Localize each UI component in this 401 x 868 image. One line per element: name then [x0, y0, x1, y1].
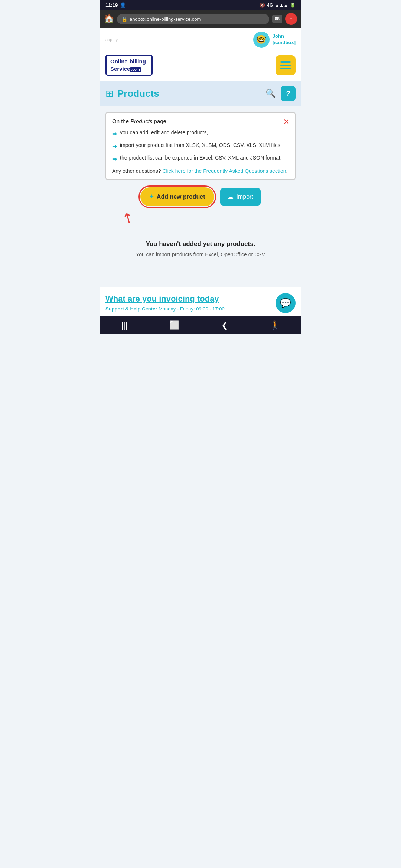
user-name: John [273, 33, 296, 40]
products-icon: ⊞ [105, 88, 114, 99]
plus-icon: + [149, 193, 154, 201]
network-icon: 4G [267, 3, 273, 8]
csv-label: CSV [254, 251, 265, 257]
url-text: andbox.online-billing-service.com [130, 16, 201, 22]
import-button[interactable]: ☁ Import [220, 188, 261, 206]
user-info: 🤓 John [sandbox] [253, 32, 296, 48]
arrow-icon-2: ➡ [112, 142, 117, 151]
empty-subtitle: You can import products from Excel, Open… [108, 251, 293, 257]
empty-title: You haven't added yet any products. [108, 240, 293, 248]
hamburger-menu-button[interactable] [276, 55, 296, 75]
action-buttons-row: + Add new product ☁ Import [105, 187, 296, 206]
app-header: app by 🤓 John [sandbox] [100, 28, 301, 52]
hamburger-line-2 [280, 65, 291, 66]
page-title: Products [117, 88, 159, 99]
faq-link[interactable]: Click here for the Frequently Asked Ques… [162, 168, 286, 174]
logo-com: .com [130, 67, 141, 72]
red-arrow-icon: ↖ [120, 208, 137, 227]
empty-state: You haven't added yet any products. You … [100, 226, 301, 265]
signal-icon: ▲▲▲ [275, 3, 288, 8]
arrow-annotation: ↖ [100, 210, 301, 226]
user-sandbox: [sandbox] [273, 40, 296, 46]
footer-wrapper: What are you invoicing today Support & H… [100, 287, 301, 316]
info-item-3: ➡ the product list can be exported in Ex… [112, 154, 289, 164]
footer-support: Support & Help Center Monday - Friday: 0… [105, 306, 296, 312]
logo-row: Online-billing- Service.com [100, 52, 301, 81]
avatar: 🤓 [253, 32, 270, 48]
add-new-product-button[interactable]: + Add new product [140, 187, 214, 206]
status-user-icon: 👤 [120, 2, 126, 8]
search-button[interactable]: 🔍 [263, 86, 278, 101]
footer-tagline: What are you invoicing today [105, 294, 296, 305]
info-faq: Any other questions? Click here for the … [112, 168, 289, 174]
nav-back-icon[interactable]: ❮ [221, 320, 228, 330]
logo-text: Online-billing- Service.com [110, 58, 148, 72]
info-item-2: ➡ import your product list from XLSX, XL… [112, 141, 289, 151]
tabs-button[interactable]: 68 [272, 15, 282, 23]
hamburger-line-3 [280, 68, 291, 69]
nav-home-icon[interactable]: ⬜ [169, 320, 179, 330]
info-item-1: ➡ you can add, edit and delete products, [112, 129, 289, 138]
arrow-icon-1: ➡ [112, 129, 117, 138]
chat-fab-button[interactable]: 💬 [276, 293, 296, 313]
battery-icon: 🔋 [290, 3, 296, 8]
nav-menu-icon[interactable]: ||| [121, 320, 127, 330]
status-bar: 11:19 👤 🔇 4G ▲▲▲ 🔋 [100, 0, 301, 10]
arrow-icon-3: ➡ [112, 155, 117, 164]
nav-person-icon[interactable]: 🚶 [270, 320, 280, 330]
page-title-bar: ⊞ Products 🔍 ? [100, 81, 301, 106]
upload-button[interactable]: ↑ [285, 13, 297, 25]
footer: What are you invoicing today Support & H… [100, 287, 301, 316]
info-box: On the Products page: ✕ ➡ you can add, e… [105, 112, 296, 180]
invoicing-highlight: invoicing [159, 294, 195, 303]
status-time: 11:19 [105, 2, 118, 8]
cloud-upload-icon: ☁ [228, 193, 234, 200]
mute-icon: 🔇 [260, 3, 265, 8]
info-box-title: On the Products page: [112, 118, 289, 124]
app-by-label: app by [105, 37, 118, 42]
browser-bar: 🏠 🔒 andbox.online-billing-service.com 68… [100, 10, 301, 28]
home-button[interactable]: 🏠 [104, 14, 114, 24]
info-close-button[interactable]: ✕ [283, 117, 290, 126]
url-box[interactable]: 🔒 andbox.online-billing-service.com [117, 14, 269, 24]
hamburger-line-1 [280, 61, 291, 63]
app-logo[interactable]: Online-billing- Service.com [105, 55, 153, 76]
help-button[interactable]: ? [281, 86, 296, 101]
lock-icon: 🔒 [121, 16, 127, 22]
navigation-bar: ||| ⬜ ❮ 🚶 [100, 316, 301, 334]
